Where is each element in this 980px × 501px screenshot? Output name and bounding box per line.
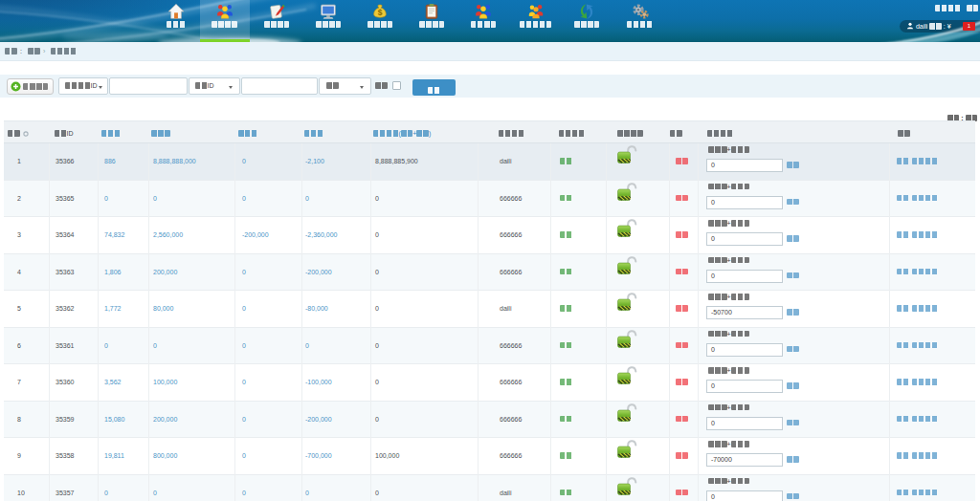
svg-text:$: $ [378, 7, 383, 16]
